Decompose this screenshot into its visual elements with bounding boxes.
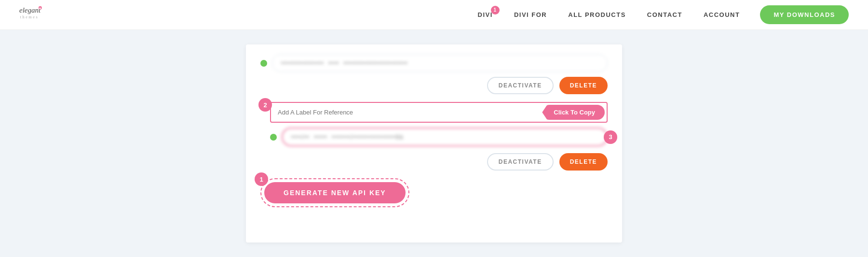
svg-text:✦: ✦ [39, 7, 41, 10]
nav-all-products-label: ALL PRODUCTS [568, 11, 626, 18]
active-dot-1 [260, 60, 267, 67]
nav-account-label: ACCOUNT [704, 11, 740, 18]
generate-api-key-button[interactable]: GENERATE NEW API KEY [264, 182, 406, 203]
nav-item-account[interactable]: ACCOUNT [693, 0, 751, 30]
second-section: 2 Click To Copy 3 DEACTIVATE [260, 102, 608, 207]
svg-text:themes: themes [20, 15, 39, 19]
main-content: DEACTIVATE DELETE 2 Click To Copy [0, 30, 868, 257]
api-key-input-1[interactable] [272, 54, 608, 72]
logo-icon: elegant themes ✦ [19, 4, 68, 26]
main-nav: DIVI 1 DIVI FOR ALL PRODUCTS CONTACT ACC… [467, 0, 751, 30]
delete-button-2[interactable]: DELETE [559, 153, 608, 171]
generate-section: 1 GENERATE NEW API KEY [260, 178, 409, 207]
header: elegant themes ✦ DIVI 1 DIVI FOR ALL PRO… [0, 0, 868, 30]
deactivate-button-1[interactable]: DEACTIVATE [487, 77, 554, 94]
divi-badge: 1 [491, 6, 500, 14]
nav-item-divi[interactable]: DIVI 1 [467, 0, 503, 30]
svg-text:elegant: elegant [19, 6, 41, 14]
deactivate-button-2[interactable]: DEACTIVATE [487, 153, 554, 171]
step-3-badge: 3 [604, 130, 617, 144]
nav-item-divi-for[interactable]: DIVI FOR [503, 0, 557, 30]
label-input[interactable] [271, 105, 542, 120]
click-to-copy-button[interactable]: Click To Copy [542, 105, 605, 120]
api-key-input-2[interactable] [282, 128, 608, 146]
action-buttons-1: DEACTIVATE DELETE [260, 77, 608, 94]
delete-button-1[interactable]: DELETE [559, 77, 608, 94]
my-downloads-button[interactable]: MY DOWNLOADS [760, 5, 849, 24]
nav-item-all-products[interactable]: ALL PRODUCTS [557, 0, 637, 30]
api-keys-card: DEACTIVATE DELETE 2 Click To Copy [246, 44, 622, 243]
nav-divi-label: DIVI [478, 11, 493, 18]
nav-divi-for-label: DIVI FOR [514, 11, 547, 18]
action-buttons-2: DEACTIVATE DELETE [260, 153, 608, 171]
api-key-row-1 [260, 54, 608, 72]
step-1-badge: 1 [255, 172, 268, 186]
nav-contact-label: CONTACT [647, 11, 682, 18]
logo-area: elegant themes ✦ [19, 4, 69, 26]
generate-outline: GENERATE NEW API KEY [260, 178, 409, 207]
active-dot-2 [270, 134, 277, 141]
logo-svg: elegant themes ✦ [19, 4, 68, 22]
label-input-row: Click To Copy [270, 102, 608, 123]
nav-item-contact[interactable]: CONTACT [637, 0, 693, 30]
step-2-badge: 2 [258, 98, 272, 112]
api-key-row-2 [270, 128, 608, 146]
